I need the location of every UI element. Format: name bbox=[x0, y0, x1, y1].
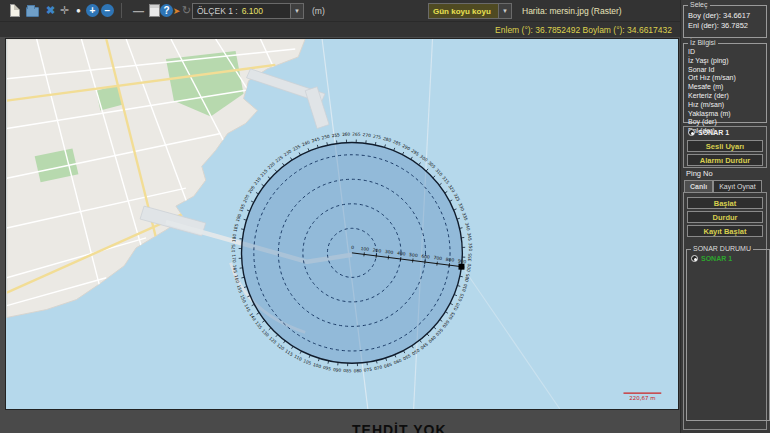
stop-alarm-button[interactable]: Alarmı Durdur bbox=[687, 154, 763, 166]
track-field-distance: Mesafe (m) bbox=[684, 82, 766, 91]
coordinates-readout: Enlem (°): 36.7852492 Boylam (°): 34.661… bbox=[495, 25, 672, 35]
new-file-icon[interactable] bbox=[6, 2, 23, 19]
theme-value: Gün koyu koyu bbox=[429, 7, 491, 16]
map-viewport[interactable]: 0000050100150200250300350400450500550600… bbox=[5, 38, 679, 410]
record-button[interactable]: Kayıt Başlat bbox=[687, 225, 763, 237]
track-field-sonar-id: Sonar Id bbox=[684, 65, 766, 74]
bearing-label: 350 bbox=[468, 243, 473, 252]
selected-lon: Enl (der): 36.7852 bbox=[684, 20, 766, 30]
stop-button[interactable]: Durdur bbox=[687, 211, 763, 223]
track-field-lat: Boy (der) bbox=[684, 117, 766, 126]
map-file-label: Harita: mersin.jpg (Raster) bbox=[522, 6, 622, 16]
scale-label: ÖLÇEK 1 : bbox=[193, 6, 238, 16]
track-field-approach: Yaklaşma (m) bbox=[684, 109, 766, 118]
bearing-label: 000 bbox=[466, 263, 472, 272]
track-field-bearing: Kerteriz (der) bbox=[684, 91, 766, 100]
bearing-label: 175 bbox=[231, 244, 236, 253]
bottom-strip: TEHDİT YOK bbox=[0, 410, 680, 433]
bearing-label: 085 bbox=[343, 368, 352, 373]
track-field-avg-speed: Ort Hız (m/san) bbox=[684, 73, 766, 82]
scale-value: 6.100 bbox=[238, 6, 263, 16]
track-field-id: ID bbox=[684, 47, 766, 56]
app-window: ✖ ✛ ● + − — ? ➤ ↻ ÖLÇEK 1 : 6.100 ▼ (m) … bbox=[0, 0, 770, 433]
status-row: Enlem (°): 36.7852492 Boylam (°): 34.661… bbox=[0, 22, 680, 37]
open-folder-icon[interactable] bbox=[24, 2, 41, 19]
start-button[interactable]: Başlat bbox=[687, 197, 763, 209]
bearing-label: 080 bbox=[354, 368, 363, 373]
chevron-down-icon[interactable]: ▼ bbox=[290, 4, 303, 18]
bearing-label: 260 bbox=[342, 132, 351, 137]
ping-no-label: Ping No bbox=[686, 169, 713, 178]
sonar-status-group: SONAR DURUMU SONAR 1 bbox=[686, 249, 770, 421]
map-canvas[interactable]: 0000050100150200250300350400450500550600… bbox=[6, 39, 678, 409]
audio-alert-button[interactable]: Sesli Uyarı bbox=[687, 140, 763, 152]
bearing-label: 265 bbox=[352, 132, 361, 137]
bearing-label: 090 bbox=[333, 367, 342, 373]
tab-playback[interactable]: Kayıt Oynat bbox=[713, 180, 762, 192]
range-label: 900 bbox=[458, 258, 467, 264]
range-label: 800 bbox=[445, 257, 454, 263]
live-tab-panel: Başlat Durdur Kayıt Başlat SONAR DURUMU … bbox=[683, 192, 767, 430]
alarm-panel: SONAR 1 Sesli Uyarı Alarmı Durdur bbox=[683, 126, 767, 168]
range-label: 200 bbox=[372, 247, 381, 253]
minus-glyph: − bbox=[101, 4, 114, 17]
toolbar-separator bbox=[121, 3, 122, 18]
bearing-label: 170 bbox=[231, 254, 236, 263]
sonar-status-label: SONAR 1 bbox=[701, 255, 732, 262]
selection-group-title: Seleç bbox=[688, 1, 710, 8]
threat-banner: TEHDİT YOK bbox=[352, 422, 447, 433]
radio-icon[interactable] bbox=[688, 129, 695, 136]
range-label: 100 bbox=[360, 246, 369, 252]
sonar-radio-label: SONAR 1 bbox=[698, 129, 729, 136]
folder-glyph bbox=[26, 7, 39, 17]
chevron-down-icon[interactable]: ▼ bbox=[498, 4, 511, 18]
scale-combo[interactable]: ÖLÇEK 1 : 6.100 ▼ bbox=[192, 3, 304, 19]
selection-group: Seleç Boy (der): 34.6617 Enl (der): 36.7… bbox=[683, 5, 767, 38]
bearing-label: 180 bbox=[231, 233, 237, 242]
track-field-speed: Hız (m/san) bbox=[684, 100, 766, 109]
right-sidebar: Seleç Boy (der): 34.6617 Enl (der): 36.7… bbox=[680, 0, 770, 433]
measure-line-icon[interactable]: — bbox=[130, 2, 147, 19]
track-info-title: İz Bilgisi bbox=[688, 39, 718, 46]
range-label: 300 bbox=[385, 249, 394, 255]
scalebar-label: 220,67 m bbox=[629, 395, 655, 401]
sonar-status-title: SONAR DURUMU bbox=[691, 245, 753, 252]
file-glyph bbox=[10, 4, 20, 17]
mode-tabs: Canlı Kayıt Oynat bbox=[684, 180, 762, 192]
selected-lat: Boy (der): 34.6617 bbox=[684, 10, 766, 20]
range-end-marker bbox=[458, 264, 464, 270]
sonar-select-radio-row[interactable]: SONAR 1 bbox=[684, 127, 766, 138]
radio-icon[interactable] bbox=[691, 255, 698, 262]
track-field-age: İz Yaşı (ping) bbox=[684, 56, 766, 65]
unit-label: (m) bbox=[312, 6, 325, 16]
toolbar: ✖ ✛ ● + − — ? ➤ ↻ ÖLÇEK 1 : 6.100 ▼ (m) … bbox=[0, 0, 680, 22]
zoom-out-icon[interactable]: − bbox=[99, 2, 116, 19]
theme-combo[interactable]: Gün koyu koyu ▼ bbox=[428, 3, 512, 19]
sonar-status-radio-row[interactable]: SONAR 1 bbox=[687, 253, 769, 264]
bearing-label: 355 bbox=[467, 253, 472, 262]
track-info-group: İz Bilgisi ID İz Yaşı (ping) Sonar Id Or… bbox=[683, 43, 767, 123]
plus-glyph: + bbox=[86, 4, 99, 17]
tab-live[interactable]: Canlı bbox=[684, 180, 713, 192]
bearing-label: 270 bbox=[362, 132, 371, 138]
